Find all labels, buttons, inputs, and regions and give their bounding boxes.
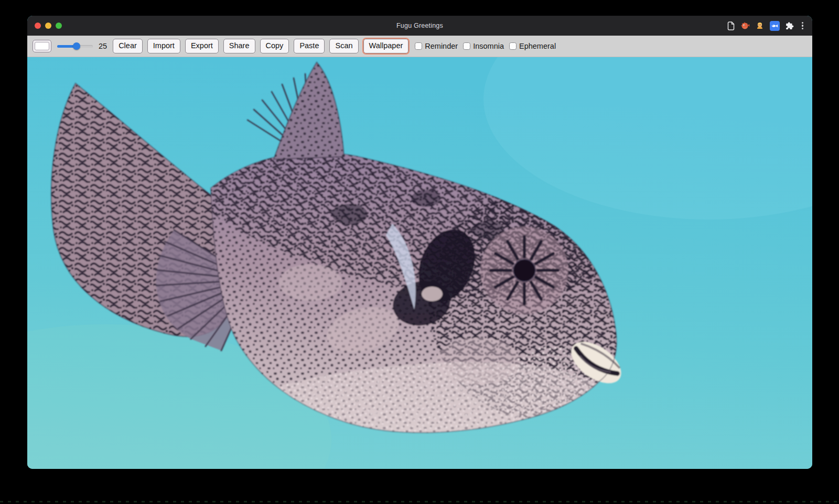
insomnia-label: Insomnia [473, 42, 504, 50]
screen-edge-artifact [0, 501, 839, 502]
insomnia-checkbox-row[interactable]: Insomnia [463, 42, 504, 50]
copy-button[interactable]: Copy [260, 39, 289, 53]
toolbar: 25 Clear Import Export Share Copy Paste … [27, 36, 812, 57]
app-window: Fugu Greetings [27, 16, 812, 469]
export-button[interactable]: Export [185, 39, 219, 53]
color-swatch [35, 42, 49, 50]
ephemeral-checkbox-row[interactable]: Ephemeral [509, 42, 556, 50]
pufferfish-emoji-icon[interactable] [740, 21, 750, 30]
titlebar-icons [727, 16, 805, 36]
line-width-slider[interactable] [57, 41, 93, 51]
window-title: Fugu Greetings [27, 22, 812, 29]
slider-thumb[interactable] [73, 42, 80, 50]
reminder-checkbox[interactable] [415, 42, 422, 50]
extensions-puzzle-icon[interactable] [786, 21, 794, 30]
traffic-lights [35, 16, 62, 36]
insomnia-checkbox[interactable] [463, 42, 470, 50]
paste-button[interactable]: Paste [294, 39, 325, 53]
zoom-window-button[interactable] [56, 23, 62, 29]
checkbox-group: Reminder Insomnia Ephemeral [415, 42, 556, 50]
import-button[interactable]: Import [147, 39, 180, 53]
line-width-value: 25 [99, 42, 107, 50]
screen: Fugu Greetings [0, 0, 839, 504]
reminder-label: Reminder [425, 42, 458, 50]
color-input[interactable] [33, 40, 51, 52]
person-emoji-icon[interactable] [756, 21, 764, 30]
profile-avatar-fish[interactable] [770, 21, 780, 31]
ephemeral-label: Ephemeral [519, 42, 556, 50]
menu-kebab-icon[interactable] [800, 22, 805, 30]
document-icon[interactable] [727, 21, 735, 30]
ephemeral-checkbox[interactable] [509, 42, 517, 50]
wallpaper-button[interactable]: Wallpaper [363, 39, 409, 53]
reminder-checkbox-row[interactable]: Reminder [415, 42, 458, 50]
clear-button[interactable]: Clear [113, 39, 143, 53]
close-window-button[interactable] [35, 23, 41, 29]
drawing-canvas[interactable] [27, 57, 812, 469]
scan-button[interactable]: Scan [329, 39, 358, 53]
canvas-area [27, 57, 812, 469]
share-button[interactable]: Share [223, 39, 255, 53]
titlebar: Fugu Greetings [27, 16, 812, 36]
minimize-window-button[interactable] [45, 23, 51, 29]
